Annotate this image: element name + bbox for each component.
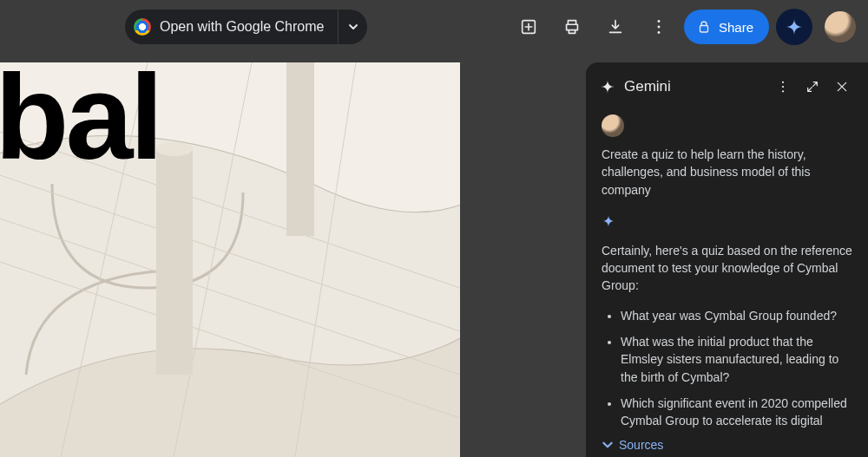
svg-point-18 <box>782 90 784 92</box>
gemini-quiz-list: What year was Cymbal Group founded? What… <box>602 307 852 429</box>
print-icon <box>562 17 582 36</box>
open-with-caret-button[interactable] <box>338 10 367 44</box>
gemini-toggle-button[interactable] <box>776 9 812 45</box>
caret-down-icon <box>348 22 358 32</box>
chrome-icon <box>134 18 151 36</box>
svg-rect-4 <box>700 26 707 33</box>
gemini-more-button[interactable] <box>769 73 797 101</box>
svg-point-16 <box>782 82 784 83</box>
user-avatar-small <box>602 114 624 137</box>
more-button[interactable] <box>641 9 677 45</box>
gemini-expand-button[interactable] <box>799 73 826 101</box>
open-with-label: Open with Google Chrome <box>160 19 324 35</box>
open-with-chrome-button[interactable]: Open with Google Chrome <box>125 10 367 44</box>
document-preview[interactable]: bal <box>0 62 460 457</box>
close-icon <box>835 80 849 94</box>
print-button[interactable] <box>554 9 590 45</box>
share-lock-icon <box>696 19 712 35</box>
gemini-user-prompt: Create a quiz to help learn the history,… <box>602 146 852 199</box>
gemini-spark-icon <box>600 79 615 95</box>
svg-point-1 <box>658 20 661 23</box>
svg-rect-13 <box>156 149 193 375</box>
kebab-icon <box>775 79 791 95</box>
share-button[interactable]: Share <box>684 10 769 44</box>
account-avatar[interactable] <box>825 11 856 42</box>
gemini-response-icon <box>602 214 852 228</box>
svg-point-2 <box>658 26 661 29</box>
gemini-spark-icon <box>785 17 804 36</box>
gemini-close-button[interactable] <box>828 73 856 101</box>
sources-label: Sources <box>619 438 663 452</box>
svg-point-3 <box>658 31 661 34</box>
quiz-item: What year was Cymbal Group founded? <box>621 307 852 324</box>
gemini-sources-toggle[interactable]: Sources <box>586 429 868 457</box>
top-toolbar: Open with Google Chrome Share <box>0 0 868 54</box>
svg-point-14 <box>156 142 193 156</box>
gemini-title: Gemini <box>624 78 671 95</box>
download-icon <box>606 17 625 36</box>
chevron-down-icon <box>602 439 614 451</box>
expand-icon <box>806 80 819 94</box>
quiz-item: What was the initial product that the El… <box>621 333 852 386</box>
add-to-drive-icon <box>519 17 538 36</box>
quiz-item: Which significant event in 2020 compelle… <box>621 395 852 429</box>
svg-point-17 <box>782 86 784 88</box>
share-label: Share <box>719 20 753 35</box>
gemini-panel: Gemini Create a quiz to help learn the h… <box>586 62 868 457</box>
gemini-answer-intro: Certainly, here's a quiz based on the re… <box>602 242 852 295</box>
document-title-fragment: bal <box>0 62 160 187</box>
add-to-drive-button[interactable] <box>510 9 547 45</box>
download-button[interactable] <box>597 9 634 45</box>
kebab-icon <box>649 17 668 36</box>
gemini-panel-header: Gemini <box>586 73 868 109</box>
svg-rect-15 <box>286 62 314 236</box>
